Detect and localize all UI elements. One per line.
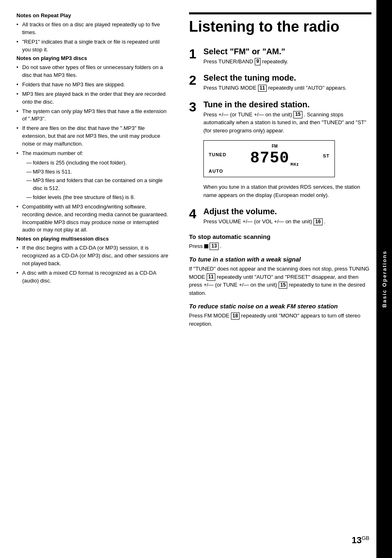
- list-item: folders is 255 (including the root folde…: [26, 159, 168, 167]
- step-body-3: Press +/— (or TUNE +/— on the unit) 15 .…: [203, 111, 371, 135]
- step-body-1: Press TUNER/BAND 9 repeatedly.: [203, 58, 371, 66]
- list-item: MP3 files and folders that can be contai…: [26, 177, 168, 192]
- step-number-1: 1: [189, 46, 203, 60]
- button-ref-11b: 11: [207, 273, 215, 281]
- step-3: 3 Tune in the desired station. Press +/—…: [189, 100, 371, 199]
- step-4: 4 Adjust the volume. Press VOLUME +/— (o…: [189, 206, 371, 226]
- step-title-1: Select "FM" or "AM.": [203, 46, 371, 56]
- step-number-2: 2: [189, 73, 203, 87]
- sub-body-weak: If "TUNED" does not appear and the scann…: [189, 265, 371, 297]
- step-title-2: Select the tuning mode.: [203, 73, 371, 83]
- section-heading-mp3: Notes on playing MP3 discs: [16, 55, 168, 61]
- subsection-stop-scanning: To stop automatic scanning Press 13 .: [189, 233, 371, 250]
- list-item: "REP1" indicates that a single track or …: [16, 38, 168, 54]
- button-ref-18: 18: [231, 313, 240, 320]
- section-mp3: Notes on playing MP3 discs Do not save o…: [16, 55, 168, 234]
- step-number-3: 3: [189, 100, 203, 113]
- step-2: 2 Select the tuning mode. Press TUNING M…: [189, 73, 371, 92]
- subsection-static-noise: To reduce static noise on a weak FM ster…: [189, 303, 371, 328]
- dash-list-mp3: folders is 255 (including the root folde…: [26, 159, 168, 201]
- bullet-list-mp3: Do not save other types of files or unne…: [16, 64, 168, 234]
- sub-heading-weak: To tune in a station with a weak signal: [189, 256, 371, 263]
- step-body-2: Press TUNING MODE 11 repeatedly until "A…: [203, 84, 371, 92]
- sub-body-stop: Press 13 .: [189, 242, 371, 250]
- section-repeat-play: Notes on Repeat Play All tracks or files…: [16, 12, 168, 53]
- list-item: folder levels (the tree structure of fil…: [26, 194, 168, 201]
- section-heading-multisession: Notes on playing multisession discs: [16, 236, 168, 242]
- step-content-2: Select the tuning mode. Press TUNING MOD…: [203, 73, 371, 92]
- page-number: 13GB: [352, 535, 369, 546]
- left-column: Notes on Repeat Play All tracks or files…: [0, 0, 177, 558]
- display-tuned-label: TUNED: [209, 152, 226, 159]
- sub-body-static: Press FM MODE 18 repeatedly until "MONO"…: [189, 312, 371, 328]
- bullet-list-repeat: All tracks or files on a disc are played…: [16, 21, 168, 53]
- right-column: Listening to the radio 1 Select "FM" or …: [177, 0, 392, 558]
- page-number-suffix: GB: [362, 535, 369, 541]
- list-item: A disc with a mixed CD format is recogni…: [16, 269, 168, 285]
- list-item: The system can only play MP3 files that …: [16, 108, 168, 123]
- frequency-display-box: TUNED FM 8750MHz ST AUTO: [203, 140, 335, 177]
- list-item: Compatibility with all MP3 encoding/writ…: [16, 203, 168, 234]
- list-item: All tracks or files on a disc are played…: [16, 21, 168, 37]
- display-auto-label: AUTO: [209, 169, 330, 174]
- list-item: Folders that have no MP3 files are skipp…: [16, 81, 168, 89]
- section-heading-repeat: Notes on Repeat Play: [16, 12, 168, 19]
- list-item: Do not save other types of files or unne…: [16, 64, 168, 79]
- list-item: If there are files on the disc that have…: [16, 125, 168, 148]
- step-content-3: Tune in the desired station. Press +/— (…: [203, 100, 371, 199]
- button-ref-9: 9: [255, 58, 261, 65]
- display-center: FM 8750MHz: [226, 144, 323, 167]
- display-caption: When you tune in a station that provides…: [203, 183, 371, 199]
- button-ref-15: 15: [293, 111, 302, 118]
- step-content-1: Select "FM" or "AM." Press TUNER/BAND 9 …: [203, 46, 371, 66]
- button-ref-15b: 15: [279, 282, 287, 289]
- button-ref-11: 11: [258, 85, 267, 92]
- step-title-4: Adjust the volume.: [203, 206, 371, 216]
- list-item: MP3 files is 511.: [26, 168, 168, 176]
- subsection-weak-signal: To tune in a station with a weak signal …: [189, 256, 371, 297]
- bullet-list-multisession: If the disc begins with a CD-DA (or MP3)…: [16, 244, 168, 285]
- list-item: The maximum number of: folders is 255 (i…: [16, 150, 168, 201]
- list-item: MP3 files are played back in the order t…: [16, 90, 168, 106]
- frequency-value: 8750MHz: [226, 149, 323, 167]
- sub-heading-stop: To stop automatic scanning: [189, 233, 371, 240]
- step-1: 1 Select "FM" or "AM." Press TUNER/BAND …: [189, 46, 371, 66]
- stop-icon: [204, 244, 208, 248]
- page-container: Notes on Repeat Play All tracks or files…: [0, 0, 392, 558]
- display-box-inner: TUNED FM 8750MHz ST: [209, 144, 330, 167]
- step-number-4: 4: [189, 206, 203, 220]
- sidebar-label: Basic Operations: [376, 0, 392, 558]
- list-item: If the disc begins with a CD-DA (or MP3)…: [16, 244, 168, 268]
- sub-heading-static: To reduce static noise on a weak FM ster…: [189, 303, 371, 310]
- button-ref-13: 13: [210, 243, 218, 250]
- step-content-4: Adjust the volume. Press VOLUME +/— (or …: [203, 206, 371, 226]
- section-multisession: Notes on playing multisession discs If t…: [16, 236, 168, 285]
- sidebar-label-text: Basic Operations: [381, 250, 387, 308]
- button-ref-16: 16: [314, 218, 322, 226]
- display-st-label: ST: [323, 153, 330, 158]
- page-title: Listening to the radio: [189, 12, 371, 38]
- step-body-4: Press VOLUME +/— (or VOL +/— on the unit…: [203, 218, 371, 226]
- step-title-3: Tune in the desired station.: [203, 100, 371, 109]
